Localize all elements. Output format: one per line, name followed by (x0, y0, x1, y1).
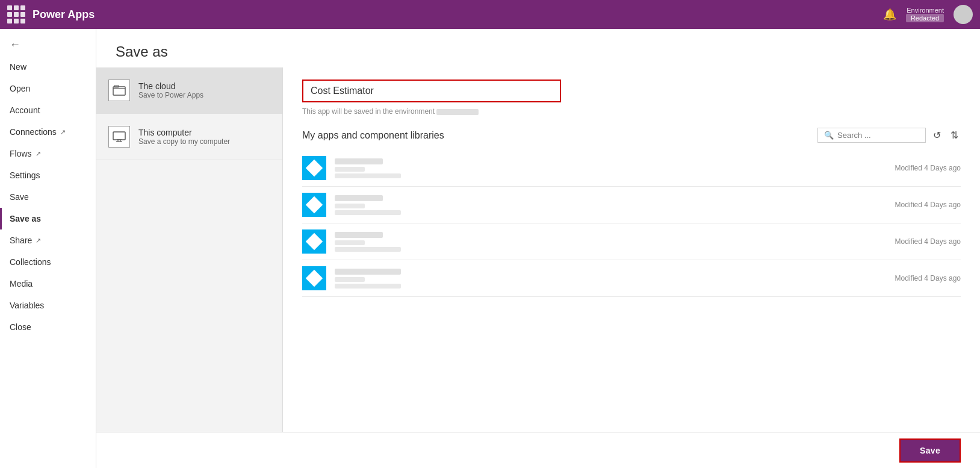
topbar-right: 🔔 Environment Redacted (883, 5, 973, 24)
app-sub-blurred (335, 167, 365, 172)
app-icon-diamond (306, 270, 323, 287)
env-note: This app will be saved in the environmen… (302, 107, 961, 116)
app-row[interactable]: Modified 4 Days ago (302, 223, 961, 260)
sidebar-label-save-as: Save as (10, 214, 41, 223)
sidebar-label-close: Close (10, 322, 31, 332)
app-icon (302, 193, 326, 217)
sidebar-item-account[interactable]: Account (0, 99, 96, 121)
sidebar-label-settings: Settings (10, 170, 40, 180)
app-icon (302, 266, 326, 290)
app-name-input[interactable] (302, 80, 561, 102)
external-icon-flows: ↗ (36, 150, 41, 158)
app-info (335, 158, 887, 178)
search-box[interactable]: 🔍 (817, 128, 926, 143)
apps-list: Modified 4 Days ago Modified 4 D (302, 150, 961, 420)
app-icon-diamond (306, 160, 323, 176)
app-sub-blurred (335, 240, 365, 245)
search-icon: 🔍 (824, 131, 834, 140)
sidebar-item-close[interactable]: Close (0, 316, 96, 338)
svg-rect-0 (113, 87, 125, 95)
sidebar-item-save-as[interactable]: Save as (0, 208, 96, 229)
sidebar-item-new[interactable]: New (0, 56, 96, 78)
sidebar-label-new: New (10, 62, 26, 72)
cloud-option-text: The cloud Save to Power Apps (138, 81, 203, 99)
app-sub2-blurred (335, 247, 401, 252)
app-modified: Modified 4 Days ago (895, 274, 961, 282)
sidebar-label-save: Save (10, 192, 29, 202)
sidebar-item-connections[interactable]: Connections ↗ (0, 121, 96, 143)
saveas-footer: Save (96, 432, 980, 468)
sidebar-label-collections: Collections (10, 257, 51, 267)
refresh-icon[interactable]: ↺ (931, 128, 943, 142)
bell-icon[interactable]: 🔔 (883, 8, 896, 21)
external-icon-connections: ↗ (60, 128, 66, 136)
main-layout: ← New Open Account Connections ↗ Flows ↗… (0, 29, 980, 468)
computer-option-desc: Save a copy to my computer (138, 137, 230, 146)
sidebar: ← New Open Account Connections ↗ Flows ↗… (0, 29, 96, 468)
cloud-save-icon (108, 80, 130, 101)
cloud-option-desc: Save to Power Apps (138, 91, 203, 99)
sidebar-item-collections[interactable]: Collections (0, 251, 96, 273)
sidebar-label-connections: Connections (10, 127, 57, 137)
app-sub-blurred (335, 277, 365, 282)
content-area: Save as The cloud (96, 29, 980, 468)
sidebar-label-media: Media (10, 279, 33, 289)
save-options-panel: The cloud Save to Power Apps (96, 67, 283, 432)
save-option-cloud[interactable]: The cloud Save to Power Apps (96, 67, 282, 114)
svg-rect-3 (113, 132, 125, 140)
apps-section-title: My apps and component libraries (302, 130, 444, 141)
saveas-title: Save as (96, 29, 980, 67)
computer-save-icon (108, 126, 130, 148)
name-input-wrapper (302, 80, 961, 102)
app-row[interactable]: Modified 4 Days ago (302, 150, 961, 187)
user-avatar[interactable] (954, 5, 973, 24)
app-sub2-blurred (335, 210, 401, 215)
sidebar-label-open: Open (10, 84, 30, 93)
app-name-blurred (335, 158, 383, 164)
sidebar-item-variables[interactable]: Variables (0, 295, 96, 316)
sidebar-label-share: Share (10, 236, 32, 245)
apps-grid-icon[interactable] (7, 5, 25, 23)
app-info (335, 232, 887, 252)
back-button[interactable]: ← (0, 29, 96, 56)
sidebar-label-flows: Flows (10, 149, 32, 158)
app-modified: Modified 4 Days ago (895, 237, 961, 246)
sidebar-item-share[interactable]: Share ↗ (0, 229, 96, 251)
env-label: Environment (907, 7, 944, 14)
app-sub-blurred (335, 204, 365, 208)
save-button[interactable]: Save (899, 438, 961, 463)
app-sub2-blurred (335, 173, 401, 178)
app-icon (302, 156, 326, 180)
search-input[interactable] (837, 131, 919, 140)
app-row[interactable]: Modified 4 Days ago (302, 187, 961, 223)
sort-icon[interactable]: ⇅ (948, 128, 961, 142)
app-name-blurred (335, 269, 401, 275)
sidebar-item-flows[interactable]: Flows ↗ (0, 143, 96, 164)
environment-selector[interactable]: Environment Redacted (906, 7, 944, 22)
app-modified: Modified 4 Days ago (895, 201, 961, 209)
app-row[interactable]: Modified 4 Days ago (302, 260, 961, 297)
saveas-right-panel: This app will be saved in the environmen… (283, 67, 980, 432)
app-info (335, 195, 887, 215)
computer-option-title: This computer (138, 128, 230, 137)
app-title: Power Apps (33, 8, 95, 21)
apps-section-header: My apps and component libraries 🔍 ↺ ⇅ (302, 128, 961, 143)
sidebar-item-settings[interactable]: Settings (0, 164, 96, 186)
sidebar-label-variables: Variables (10, 301, 44, 310)
app-icon-diamond (306, 233, 323, 250)
apps-search-area: 🔍 ↺ ⇅ (817, 128, 961, 143)
app-info (335, 269, 887, 289)
saveas-page: Save as The cloud (96, 29, 980, 468)
save-option-computer[interactable]: This computer Save a copy to my computer (96, 114, 282, 160)
sidebar-label-account: Account (10, 105, 40, 115)
external-icon-share: ↗ (36, 237, 41, 245)
app-name-blurred (335, 195, 383, 201)
cloud-option-title: The cloud (138, 81, 203, 91)
sidebar-item-open[interactable]: Open (0, 78, 96, 99)
sidebar-item-save[interactable]: Save (0, 186, 96, 208)
topbar-left: Power Apps (7, 5, 95, 23)
app-icon-diamond (306, 196, 323, 213)
topbar: Power Apps 🔔 Environment Redacted (0, 0, 980, 29)
app-name-blurred (335, 232, 383, 238)
sidebar-item-media[interactable]: Media (0, 273, 96, 295)
